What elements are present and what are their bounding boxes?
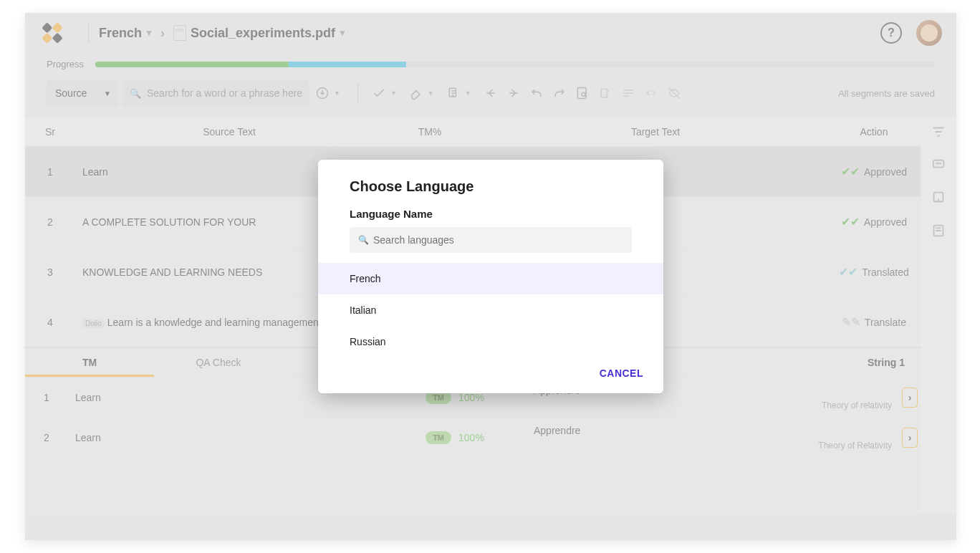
app-frame: French ▼ › Social_experiments.pdf ▼ ? Pr… (25, 13, 956, 540)
modal-title: Choose Language (318, 178, 663, 208)
cancel-button[interactable]: CANCEL (600, 367, 643, 379)
search-icon: 🔍 (358, 235, 369, 245)
language-option[interactable]: French (318, 263, 663, 294)
modal-overlay[interactable]: Choose Language Language Name 🔍 FrenchIt… (25, 13, 956, 540)
modal-subtitle: Language Name (318, 208, 663, 227)
language-search-box[interactable]: 🔍 (350, 227, 632, 253)
choose-language-modal: Choose Language Language Name 🔍 FrenchIt… (318, 160, 663, 393)
language-search-input[interactable] (373, 234, 623, 246)
language-option[interactable]: Russian (318, 326, 663, 357)
language-option[interactable]: Italian (318, 294, 663, 326)
